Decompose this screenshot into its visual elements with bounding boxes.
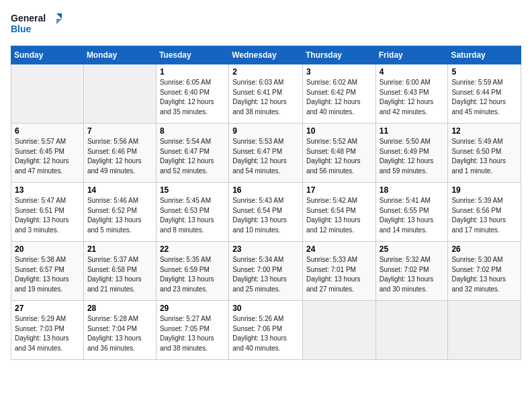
calendar-cell [302, 301, 375, 360]
day-number: 28 [87, 304, 152, 313]
day-info: Sunrise: 5:46 AM Sunset: 6:52 PM Dayligh… [87, 196, 152, 235]
calendar-week-row: 20Sunrise: 5:38 AM Sunset: 6:57 PM Dayli… [11, 242, 521, 301]
calendar-cell: 1Sunrise: 6:05 AM Sunset: 6:40 PM Daylig… [156, 64, 228, 124]
weekday-header-row: SundayMondayTuesdayWednesdayThursdayFrid… [11, 46, 521, 64]
day-info: Sunrise: 5:54 AM Sunset: 6:47 PM Dayligh… [160, 137, 225, 176]
weekday-header: Wednesday [229, 46, 303, 64]
calendar-cell: 10Sunrise: 5:52 AM Sunset: 6:48 PM Dayli… [302, 124, 375, 183]
day-number: 9 [232, 126, 299, 136]
day-info: Sunrise: 5:37 AM Sunset: 6:58 PM Dayligh… [87, 255, 152, 294]
day-info: Sunrise: 6:02 AM Sunset: 6:42 PM Dayligh… [306, 78, 372, 117]
weekday-header: Monday [83, 46, 156, 64]
calendar-cell: 6Sunrise: 5:57 AM Sunset: 6:45 PM Daylig… [11, 124, 84, 183]
day-number: 21 [87, 244, 152, 254]
calendar-cell: 30Sunrise: 5:26 AM Sunset: 7:06 PM Dayli… [229, 301, 303, 360]
calendar-cell: 17Sunrise: 5:42 AM Sunset: 6:54 PM Dayli… [302, 183, 375, 242]
day-info: Sunrise: 5:53 AM Sunset: 6:47 PM Dayligh… [232, 137, 299, 176]
day-number: 15 [160, 185, 225, 195]
calendar-cell: 18Sunrise: 5:41 AM Sunset: 6:55 PM Dayli… [375, 183, 448, 242]
weekday-header: Sunday [11, 46, 84, 64]
calendar-table: SundayMondayTuesdayWednesdayThursdayFrid… [11, 46, 521, 360]
day-number: 27 [15, 304, 80, 313]
calendar-cell [448, 301, 521, 360]
day-number: 17 [306, 185, 372, 195]
day-number: 4 [380, 67, 445, 77]
calendar-cell: 5Sunrise: 5:59 AM Sunset: 6:44 PM Daylig… [448, 64, 521, 124]
page-header: General Blue [11, 11, 521, 38]
calendar-cell: 16Sunrise: 5:43 AM Sunset: 6:54 PM Dayli… [229, 183, 303, 242]
day-info: Sunrise: 5:29 AM Sunset: 7:03 PM Dayligh… [15, 314, 80, 353]
calendar-week-row: 1Sunrise: 6:05 AM Sunset: 6:40 PM Daylig… [11, 64, 521, 124]
calendar-cell: 19Sunrise: 5:39 AM Sunset: 6:56 PM Dayli… [448, 183, 521, 242]
calendar-cell: 23Sunrise: 5:34 AM Sunset: 7:00 PM Dayli… [229, 242, 303, 301]
day-number: 3 [306, 67, 372, 77]
svg-marker-3 [56, 19, 62, 24]
day-number: 5 [451, 67, 517, 77]
calendar-cell: 25Sunrise: 5:32 AM Sunset: 7:02 PM Dayli… [375, 242, 448, 301]
calendar-cell: 12Sunrise: 5:49 AM Sunset: 6:50 PM Dayli… [448, 124, 521, 183]
day-number: 14 [87, 185, 152, 195]
calendar-cell: 9Sunrise: 5:53 AM Sunset: 6:47 PM Daylig… [229, 124, 303, 183]
day-info: Sunrise: 5:33 AM Sunset: 7:01 PM Dayligh… [306, 255, 372, 294]
day-number: 8 [160, 126, 225, 136]
logo-svg: General Blue [11, 11, 64, 38]
day-number: 6 [15, 126, 80, 136]
day-info: Sunrise: 5:57 AM Sunset: 6:45 PM Dayligh… [15, 137, 80, 176]
weekday-header: Saturday [448, 46, 521, 64]
day-number: 26 [451, 244, 517, 254]
day-info: Sunrise: 5:49 AM Sunset: 6:50 PM Dayligh… [451, 137, 517, 176]
day-number: 25 [380, 244, 445, 254]
day-number: 30 [232, 304, 299, 313]
svg-marker-2 [56, 13, 62, 19]
svg-text:General: General [11, 13, 46, 24]
weekday-header: Friday [375, 46, 448, 64]
day-info: Sunrise: 5:56 AM Sunset: 6:46 PM Dayligh… [87, 137, 152, 176]
calendar-cell: 29Sunrise: 5:27 AM Sunset: 7:05 PM Dayli… [156, 301, 228, 360]
day-info: Sunrise: 5:43 AM Sunset: 6:54 PM Dayligh… [232, 196, 299, 235]
calendar-week-row: 6Sunrise: 5:57 AM Sunset: 6:45 PM Daylig… [11, 124, 521, 183]
calendar-cell: 15Sunrise: 5:45 AM Sunset: 6:53 PM Dayli… [156, 183, 228, 242]
svg-text:Blue: Blue [11, 24, 32, 34]
calendar-cell: 27Sunrise: 5:29 AM Sunset: 7:03 PM Dayli… [11, 301, 84, 360]
day-info: Sunrise: 5:32 AM Sunset: 7:02 PM Dayligh… [380, 255, 445, 294]
calendar-cell: 28Sunrise: 5:28 AM Sunset: 7:04 PM Dayli… [83, 301, 156, 360]
day-info: Sunrise: 5:34 AM Sunset: 7:00 PM Dayligh… [232, 255, 299, 294]
calendar-cell [375, 301, 448, 360]
day-number: 23 [232, 244, 299, 254]
day-info: Sunrise: 5:28 AM Sunset: 7:04 PM Dayligh… [87, 314, 152, 353]
day-info: Sunrise: 5:42 AM Sunset: 6:54 PM Dayligh… [306, 196, 372, 235]
day-number: 20 [15, 244, 80, 254]
day-number: 29 [160, 304, 225, 313]
day-info: Sunrise: 6:05 AM Sunset: 6:40 PM Dayligh… [160, 78, 225, 117]
day-info: Sunrise: 6:00 AM Sunset: 6:43 PM Dayligh… [380, 78, 445, 117]
calendar-cell: 7Sunrise: 5:56 AM Sunset: 6:46 PM Daylig… [83, 124, 156, 183]
day-info: Sunrise: 5:38 AM Sunset: 6:57 PM Dayligh… [15, 255, 80, 294]
day-info: Sunrise: 5:45 AM Sunset: 6:53 PM Dayligh… [160, 196, 225, 235]
calendar-cell: 2Sunrise: 6:03 AM Sunset: 6:41 PM Daylig… [229, 64, 303, 124]
day-number: 2 [232, 67, 299, 77]
day-number: 19 [451, 185, 517, 195]
calendar-cell: 3Sunrise: 6:02 AM Sunset: 6:42 PM Daylig… [302, 64, 375, 124]
calendar-cell: 24Sunrise: 5:33 AM Sunset: 7:01 PM Dayli… [302, 242, 375, 301]
day-info: Sunrise: 5:30 AM Sunset: 7:02 PM Dayligh… [451, 255, 517, 294]
day-info: Sunrise: 5:47 AM Sunset: 6:51 PM Dayligh… [15, 196, 80, 235]
day-number: 1 [160, 67, 225, 77]
calendar-cell: 13Sunrise: 5:47 AM Sunset: 6:51 PM Dayli… [11, 183, 84, 242]
weekday-header: Tuesday [156, 46, 228, 64]
day-info: Sunrise: 5:59 AM Sunset: 6:44 PM Dayligh… [451, 78, 517, 117]
weekday-header: Thursday [302, 46, 375, 64]
day-number: 24 [306, 244, 372, 254]
day-number: 10 [306, 126, 372, 136]
calendar-cell: 8Sunrise: 5:54 AM Sunset: 6:47 PM Daylig… [156, 124, 228, 183]
calendar-cell: 22Sunrise: 5:35 AM Sunset: 6:59 PM Dayli… [156, 242, 228, 301]
logo: General Blue [11, 11, 64, 38]
day-info: Sunrise: 5:35 AM Sunset: 6:59 PM Dayligh… [160, 255, 225, 294]
calendar-cell: 11Sunrise: 5:50 AM Sunset: 6:49 PM Dayli… [375, 124, 448, 183]
calendar-week-row: 27Sunrise: 5:29 AM Sunset: 7:03 PM Dayli… [11, 301, 521, 360]
day-info: Sunrise: 5:26 AM Sunset: 7:06 PM Dayligh… [232, 314, 299, 353]
day-number: 13 [15, 185, 80, 195]
calendar-cell: 4Sunrise: 6:00 AM Sunset: 6:43 PM Daylig… [375, 64, 448, 124]
day-info: Sunrise: 5:41 AM Sunset: 6:55 PM Dayligh… [380, 196, 445, 235]
day-number: 11 [380, 126, 445, 136]
day-info: Sunrise: 5:27 AM Sunset: 7:05 PM Dayligh… [160, 314, 225, 353]
